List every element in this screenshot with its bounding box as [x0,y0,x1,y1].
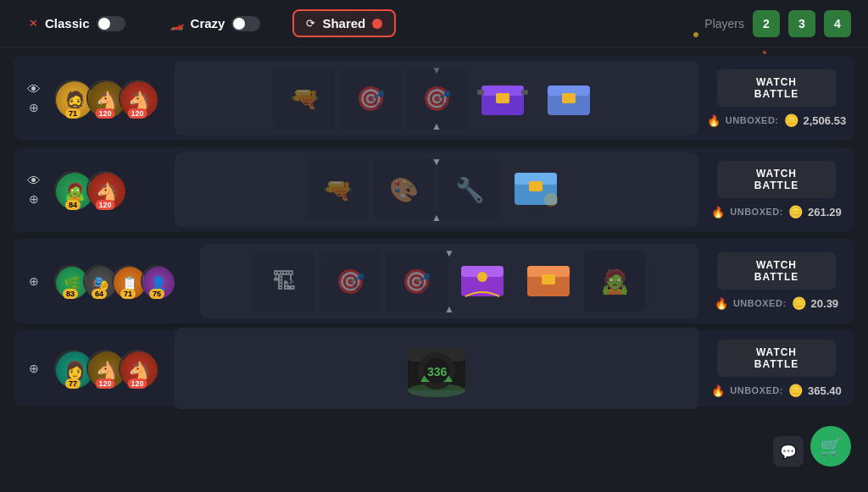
header: ✕ Classic 🏎️ Crazy ⟳ Shared Players 2 3 … [0,0,868,47]
chat-button[interactable]: 💬 [773,436,804,467]
item-slot: 🧟 [584,251,645,312]
coin-icon: 🪙 [788,205,803,218]
avatar-level: 75 [149,289,164,299]
fire-icon: 🔥 [711,206,725,218]
tab-classic[interactable]: ✕ Classic [17,11,137,36]
unboxed-info: 🔥 UNBOXED: 🪙 2,506.53 [707,113,846,127]
row-controls-3: ⊕ [24,274,44,288]
tab-classic-label: Classic [45,16,90,30]
classic-toggle-knob [98,18,110,30]
battles-list: 👁 ⊕ 🧔 71 🐴 120 🐴 120 ▼ 🔫 🎯 🎯 [0,47,868,415]
avatar: 🎭 64 [83,265,115,297]
special-item: 336 [403,335,470,401]
item-slot: 🔫 [274,68,335,129]
battle-1-watch: WATCH BATTLE 🔥 UNBOXED: 🪙 2,506.53 [709,69,844,127]
svg-text:336: 336 [427,365,448,379]
avatar: 🐴 120 [86,171,124,208]
battle-row: 👁 ⊕ 🧔 71 🐴 120 🐴 120 ▼ 🔫 🎯 🎯 [14,56,854,141]
battle-3-items: ▼ 🏗 🎯 🎯 🧟 ▲ [200,244,698,318]
watch-battle-button[interactable]: WATCH BATTLE [717,69,836,107]
avatar: 📋 71 [112,265,144,297]
player-3-button[interactable]: 3 [788,10,815,37]
battle-2-avatars: 🧟 84 🐴 120 [54,171,164,208]
fire-icon: 🔥 [711,384,725,397]
item-slot [538,68,599,129]
item-slot: 336 [403,334,470,402]
chest-item [523,256,574,307]
chest-item [543,73,594,124]
chest-item [477,73,528,124]
arrow-bottom: ▲ [431,120,442,132]
coin-icon: 🪙 [792,296,806,310]
eye-icon[interactable]: 👁 [27,82,41,97]
battle-row: ⊕ 🌿 83 🎭 64 📋 71 👤 75 ▼ 🏗 🎯 🎯 [14,239,854,323]
item-slot: 🎯 [340,68,401,129]
eye-icon[interactable]: 👁 [27,174,41,189]
battle-row: ⊕ 👩 77 🐴 120 🐴 120 [14,330,854,406]
target-icon[interactable]: ⊕ [29,362,39,375]
watch-battle-button[interactable]: WATCH BATTLE [717,161,836,198]
unboxed-label: UNBOXED: [730,385,783,395]
avatar-level: 64 [92,289,107,299]
player-2-button[interactable]: 2 [753,10,780,37]
unboxed-label: UNBOXED: [733,298,787,308]
battle-row: 👁 ⊕ 🧟 84 🐴 120 ▼ 🔫 🎨 🔧 [14,147,854,232]
item-slot [505,159,566,220]
battle-2-watch: WATCH BATTLE 🔥 UNBOXED: 🪙 261.29 [709,161,844,218]
avatar: 👤 75 [141,265,173,297]
avatar: 🐴 120 [119,80,156,117]
unboxed-label: UNBOXED: [730,207,783,217]
target-icon[interactable]: ⊕ [29,101,39,114]
svg-rect-10 [529,181,542,191]
classic-toggle[interactable] [97,16,125,31]
svg-rect-4 [521,90,528,95]
crazy-toggle[interactable] [231,16,260,31]
watch-battle-button[interactable]: WATCH BATTLE [717,252,836,290]
battle-4-items: 336 [175,328,698,409]
battle-1-avatars: 🧔 71 🐴 120 🐴 120 [54,80,164,117]
item-slot: 🎯 [320,251,381,312]
live-indicator [372,19,382,29]
item-slot: 🎨 [373,159,434,220]
avatar-level: 83 [63,289,78,299]
unboxed-info: 🔥 UNBOXED: 🪙 20.39 [715,296,838,310]
cart-button[interactable]: 🛒 [810,426,851,467]
avatar-level: 84 [65,200,81,210]
unboxed-label: UNBOXED: [726,115,779,125]
classic-icon: ✕ [29,17,38,30]
svg-point-11 [544,193,558,207]
watch-battle-button[interactable]: WATCH BATTLE [717,340,836,377]
svg-rect-7 [562,93,576,103]
arrow-bottom: ▲ [444,303,454,315]
unboxed-amount: 20.39 [811,297,839,310]
battle-4-avatars: 👩 77 🐴 120 🐴 120 [54,350,164,387]
item-slot: 🎯 [386,251,447,312]
unboxed-amount: 261.29 [808,206,842,218]
svg-point-14 [477,272,487,282]
row-controls-4: ⊕ [24,362,44,375]
avatar: 🐴 120 [119,350,156,387]
unboxed-amount: 2,506.53 [804,114,847,127]
fire-icon: 🔥 [707,114,721,127]
cart-icon: 🛒 [821,436,842,456]
chat-icon: 💬 [780,444,797,460]
avatar-level: 120 [127,108,147,119]
tab-shared[interactable]: ⟳ Shared [292,9,396,37]
svg-rect-2 [496,93,509,103]
players-section: Players 2 3 4 [704,10,851,37]
target-icon[interactable]: ⊕ [29,192,39,206]
battle-1-items: ▼ 🔫 🎯 🎯 ▲ [175,61,698,135]
target-icon[interactable]: ⊕ [29,274,39,288]
avatar: 🌿 83 [54,265,86,297]
avatar-level: 120 [95,379,114,389]
svg-rect-3 [477,90,484,95]
battle-4-watch: WATCH BATTLE 🔥 UNBOXED: 🪙 365.40 [709,340,844,397]
crazy-icon: 🏎️ [170,17,184,30]
item-slot [452,251,513,312]
tab-crazy[interactable]: 🏎️ Crazy [158,11,273,36]
avatar-level: 120 [95,200,114,210]
battle-2-items: ▼ 🔫 🎨 🔧 ▲ [175,152,698,227]
avatar-level: 71 [120,289,136,299]
chest-item [510,164,561,215]
player-4-button[interactable]: 4 [824,10,851,37]
